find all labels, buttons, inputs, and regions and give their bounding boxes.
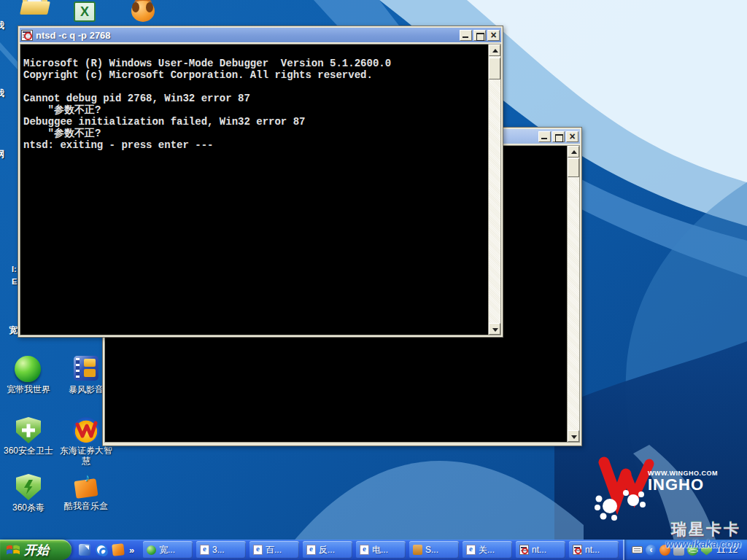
start-label: 开始 (24, 542, 49, 559)
console-line (23, 81, 484, 93)
ntsd-app-icon (519, 545, 529, 555)
tray-shield-icon[interactable] (701, 545, 712, 556)
window1-titlebar[interactable]: ntsd -c q -p 2768 (20, 28, 501, 42)
taskbar-button-s[interactable]: S... (409, 541, 459, 559)
ntsd-console-window[interactable]: ntsd -c q -p 2768 Microsoft (R) Windows … (18, 26, 503, 338)
scroll-thumb[interactable] (568, 158, 579, 177)
console-line: ntsd: exiting - press enter --- (23, 139, 484, 151)
kuwo-box-icon[interactable] (112, 543, 125, 556)
console-line: Debuggee initialization failed, Win32 er… (23, 116, 484, 128)
desktop-icon-360-antivirus[interactable]: 360杀毒 (1, 474, 56, 513)
edge-label-fragment: 我 (0, 20, 9, 32)
desktop-icon-excel[interactable]: X (60, 1, 115, 22)
show-desktop-icon[interactable] (79, 544, 90, 556)
taskbar-button-ntsd-2[interactable]: nt... (569, 541, 619, 559)
ie-page-icon (360, 545, 369, 555)
taskbar-clock[interactable]: 11:12 (716, 545, 738, 555)
close-button[interactable] (487, 30, 500, 41)
scroll-up-button[interactable] (568, 146, 579, 158)
wingho-logo: WWW.WINGHO.COM INGHO (588, 454, 741, 526)
quick-launch-more-chevron-icon[interactable]: » (129, 545, 134, 556)
system-tray: ‹ 11:12 (623, 540, 747, 560)
windows-logo-icon (6, 543, 20, 556)
ie-page-icon (253, 545, 263, 555)
tray-orange-icon[interactable] (659, 545, 670, 556)
minimize-button[interactable] (538, 131, 551, 142)
window1-scrollbar[interactable] (488, 44, 500, 335)
folder-icon (413, 545, 422, 555)
maximize-button[interactable] (552, 131, 565, 142)
keyboard-layout-icon[interactable] (632, 546, 643, 553)
console-line: "参数不正? (23, 104, 484, 116)
green-sphere-icon (15, 356, 42, 382)
console-line: Copyright (c) Microsoft Corporation. All… (23, 69, 484, 81)
taskbar-button-ie-3[interactable]: 反... (303, 541, 352, 559)
desktop-icon-kuwo-music[interactable]: ♪ 酷我音乐盒 (58, 472, 114, 511)
close-button[interactable] (566, 131, 578, 142)
scroll-up-button[interactable] (489, 44, 500, 56)
shield-cross-icon (16, 417, 41, 443)
quick-launch-bar: » (76, 540, 142, 560)
edge-label-fragment: 网 (0, 148, 9, 160)
window1-console-area: Microsoft (R) Windows User-Mode Debugger… (20, 44, 501, 335)
desktop-icon-label: 360杀毒 (1, 502, 56, 513)
desktop-icon-label: 360安全卫士 (1, 446, 56, 456)
wingho-name: INGHO (648, 477, 718, 493)
minimize-button[interactable] (460, 30, 472, 41)
folder-icon (21, 0, 49, 16)
ie-page-icon (466, 545, 476, 555)
window1-title: ntsd -c q -p 2768 (36, 30, 460, 41)
desktop-icon-label: 酷我音乐盒 (58, 501, 114, 511)
desktop: X 我 我 网 I: E: 宽 宽带我世界 暴风影音 360安全卫士 东海证券大… (0, 0, 747, 560)
desktop-icon-360-safe[interactable]: 360安全卫士 (1, 417, 56, 456)
taskbar-button-ie-2[interactable]: 百... (249, 541, 299, 559)
desktop-icon-broadband[interactable]: 宽带我世界 (1, 356, 56, 394)
maximize-button[interactable] (473, 30, 486, 41)
desktop-icon-label: 东海证券大智慧 (58, 446, 114, 466)
hide-tray-icons-chevron-icon[interactable]: ‹ (646, 545, 657, 556)
film-player-icon (72, 356, 100, 382)
scroll-down-button[interactable] (489, 323, 500, 335)
tray-grey-icon[interactable] (673, 545, 684, 556)
console-line: Cannot debug pid 2768, Win32 error 87 (23, 93, 484, 104)
excel-icon: X (74, 1, 101, 22)
edge-label-fragment: 我 (0, 88, 9, 100)
desktop-icon-media[interactable] (115, 0, 171, 22)
taskbar: 开始 » 宽... 3... 百... 反... (0, 540, 747, 560)
ie-page-icon (306, 545, 316, 555)
console-output: Microsoft (R) Windows User-Mode Debugger… (23, 58, 484, 151)
console-line: "参数不正? (23, 128, 484, 139)
scroll-thumb[interactable] (489, 58, 500, 79)
headphone-face-icon (131, 0, 155, 22)
securities-icon (73, 417, 99, 443)
task-buttons: 宽... 3... 百... 反... 电... S... (143, 541, 619, 559)
start-button[interactable]: 开始 (0, 540, 71, 560)
taskbar-button-broadband[interactable]: 宽... (143, 541, 193, 559)
taskbar-button-ie-4[interactable]: 电... (356, 541, 406, 559)
desktop-icon-label: 宽带我世界 (1, 384, 56, 394)
shield-bolt-icon (16, 474, 41, 500)
ntsd-app-icon (21, 30, 33, 41)
desktop-icon-folder[interactable] (7, 0, 63, 16)
taskbar-button-ie-1[interactable]: 3... (196, 541, 246, 559)
pps-player-icon[interactable] (96, 544, 107, 556)
ie-page-icon (200, 545, 209, 555)
taskbar-button-ie-5[interactable]: 关... (462, 541, 512, 559)
console-line: Microsoft (R) Windows User-Mode Debugger… (23, 58, 484, 69)
window2-scrollbar[interactable] (567, 146, 579, 442)
green-sphere-icon (147, 545, 156, 555)
scroll-down-button[interactable] (568, 430, 579, 442)
taskbar-button-ntsd-1[interactable]: nt... (516, 541, 565, 559)
ntsd-app-icon (573, 545, 582, 555)
tray-globe-icon[interactable] (687, 545, 698, 556)
music-box-icon: ♪ (73, 472, 99, 499)
